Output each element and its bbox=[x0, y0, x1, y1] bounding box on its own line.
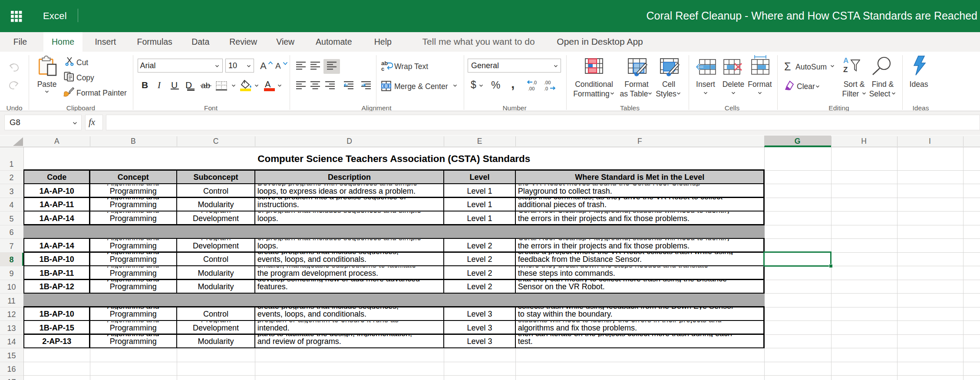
svg-text:.0: .0 bbox=[544, 86, 548, 91]
svg-text:.0: .0 bbox=[533, 80, 537, 85]
svg-text:.00: .00 bbox=[528, 86, 535, 91]
svg-text:.00: .00 bbox=[544, 80, 551, 85]
svg-text:Z: Z bbox=[843, 66, 848, 74]
svg-text:c: c bbox=[381, 66, 384, 72]
svg-text:A: A bbox=[843, 56, 848, 65]
